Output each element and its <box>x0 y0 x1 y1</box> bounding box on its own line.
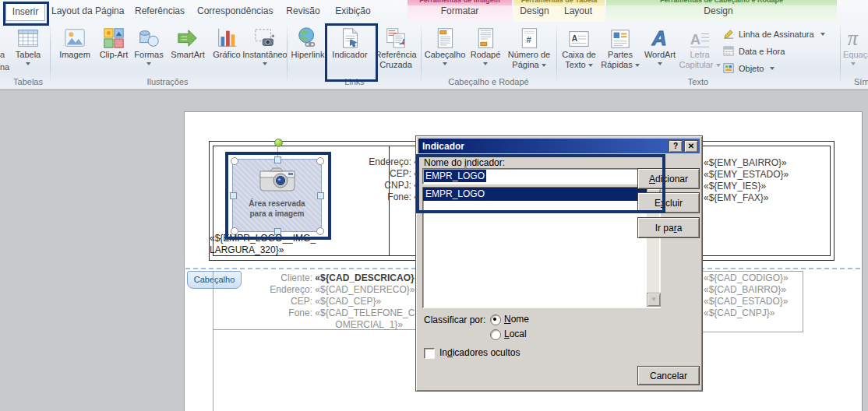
group-label-links: Links <box>327 77 382 88</box>
group-separator <box>50 25 51 86</box>
dropdown-arrow-icon <box>588 64 593 67</box>
page-number-icon: # <box>518 23 540 50</box>
dropdown-arrow-icon <box>542 64 546 67</box>
quick-parts-icon <box>609 23 632 50</box>
dropdown-arrow-icon <box>770 67 774 70</box>
dropdown-arrow-icon <box>820 33 825 36</box>
svg-text:#: # <box>527 35 532 44</box>
formas-button[interactable]: Formas <box>131 23 167 76</box>
dropdown-arrow-icon <box>146 62 151 65</box>
client-fields: Cliente: «${CAD_DESCRICAO} Endereço: «${… <box>247 272 415 331</box>
date-time-icon <box>723 45 735 58</box>
left-cut-text-fragment: na <box>0 62 9 72</box>
clipart-button[interactable]: Clip-Art <box>97 23 131 76</box>
group-label-cabecalho-rodape: Cabeçalho e Rodapé <box>438 77 539 88</box>
footer-icon <box>475 23 496 50</box>
tab-revisao[interactable]: Revisão <box>284 3 322 19</box>
grafico-button[interactable]: Gráfico <box>209 23 245 76</box>
header-icon <box>434 23 456 50</box>
objeto-button[interactable]: Objeto <box>723 61 774 76</box>
numero-de-pagina-button[interactable]: # Número de Página <box>505 23 553 76</box>
hiperlink-button[interactable]: Hiperlink <box>290 23 326 76</box>
signature-line-icon <box>723 28 735 41</box>
camera-icon <box>233 166 321 195</box>
linha-de-assinatura-button[interactable]: Linha de Assinatura <box>723 26 825 42</box>
group-label-simbolos: Sím <box>854 77 868 88</box>
textbox-icon: A <box>567 23 591 50</box>
dialog-title-bar[interactable]: Indicador ? ✕ <box>418 139 700 153</box>
selection-handle[interactable] <box>274 156 281 163</box>
selected-input-text: EMPR_LOGO <box>424 170 486 182</box>
hidden-bookmarks-label[interactable]: Indicadores ocultos <box>439 347 520 358</box>
ribbon: Ferramentas de Imagem Ferramentas de Tab… <box>0 0 868 90</box>
close-button[interactable]: ✕ <box>684 140 698 153</box>
help-button[interactable]: ? <box>669 140 683 153</box>
selection-handle[interactable] <box>230 192 237 199</box>
dropdown-arrow-icon <box>716 64 721 67</box>
selection-handle[interactable] <box>231 157 238 165</box>
smartart-icon <box>176 23 199 50</box>
radio-local[interactable] <box>490 329 501 340</box>
indicador-button[interactable]: Indicador <box>329 23 371 76</box>
wordart-icon: A <box>648 23 672 50</box>
dropdown-arrow-icon <box>635 64 640 67</box>
bookmark-list[interactable]: EMPR_LOGO ▲ ▼ <box>422 187 661 308</box>
list-item-selected[interactable]: EMPR_LOGO <box>423 188 647 201</box>
tab-layout-da-pagina[interactable]: Layout da Página <box>51 3 123 19</box>
globe-link-icon <box>296 23 319 50</box>
cancelar-button[interactable]: Cancelar <box>637 366 700 385</box>
body-table-border <box>213 272 213 411</box>
object-icon <box>723 62 735 76</box>
referencia-cruzada-button[interactable]: Referência Cruzada <box>374 23 418 76</box>
tab-exibicao[interactable]: Exibição <box>333 3 372 19</box>
group-label-tabelas: Tabelas <box>6 77 50 88</box>
imagem-button[interactable]: Imagem <box>55 23 95 76</box>
letra-capitular-button[interactable]: A Letra Capitular <box>679 23 720 76</box>
group-separator <box>287 25 288 86</box>
equation-icon: π <box>843 23 868 50</box>
tab-inserir[interactable]: Inserir <box>5 3 45 21</box>
rodape-button[interactable]: Rodapé <box>468 23 503 76</box>
excluir-button[interactable]: Excluir <box>637 192 700 213</box>
dropdown-arrow-icon <box>26 62 30 65</box>
tab-design-header-footer[interactable]: Design <box>700 3 737 19</box>
dropdown-arrow-icon <box>851 62 856 65</box>
dropdown-arrow-icon <box>263 62 267 65</box>
tab-layout-table[interactable]: Layout <box>559 3 597 19</box>
logo-image-placeholder[interactable]: Área reservada para a imagem <box>232 159 322 232</box>
tab-referencias[interactable]: Referências <box>134 3 185 19</box>
data-e-hora-button[interactable]: Data e Hora <box>723 44 785 59</box>
tabela-button[interactable]: Tabela <box>11 23 45 76</box>
hidden-bookmarks-checkbox[interactable] <box>424 348 435 359</box>
header-section-tag: Cabeçalho <box>187 271 242 289</box>
cad-fields: «${CAD_CODIGO}» «${CAD_BAIRRO}» «${CAD_E… <box>704 272 789 319</box>
adicionar-button[interactable]: Adicionar <box>637 168 700 189</box>
bookmark-name-input[interactable]: EMPR_LOGO <box>422 168 661 184</box>
group-separator <box>840 25 841 86</box>
wordart-button[interactable]: A WordArt <box>642 23 678 76</box>
radio-nome-label[interactable]: Nome <box>504 314 529 325</box>
partes-rapidas-button[interactable]: Partes Rápidas <box>600 23 640 76</box>
rotation-handle[interactable] <box>274 139 283 147</box>
selection-handle[interactable] <box>316 227 324 235</box>
tab-correspondencias[interactable]: Correspondências <box>197 3 272 19</box>
equacao-button[interactable]: π Equaçã <box>843 23 868 76</box>
ir-para-button[interactable]: Ir para <box>637 217 700 238</box>
tab-design-table[interactable]: Design <box>517 3 552 19</box>
caixa-de-texto-button[interactable]: A Caixa de Texto <box>559 23 598 76</box>
svg-text:A: A <box>690 31 700 47</box>
radio-nome[interactable] <box>490 314 501 325</box>
sort-by-label: Classificar por: <box>424 314 485 325</box>
dropdown-arrow-icon <box>483 62 488 65</box>
group-separator <box>421 25 422 86</box>
group-separator <box>556 25 557 86</box>
instantaneo-button[interactable]: Instantâneo <box>245 23 285 76</box>
scroll-down-icon[interactable]: ▼ <box>647 293 661 307</box>
cross-reference-icon <box>384 23 408 50</box>
smartart-button[interactable]: SmartArt <box>167 23 209 76</box>
bookmark-name-label: Nome do indicador: <box>424 157 505 168</box>
tab-formatar[interactable]: Formatar <box>435 3 485 19</box>
clipart-icon <box>102 23 125 50</box>
radio-local-label[interactable]: Local <box>504 328 527 339</box>
cabecalho-button[interactable]: Cabeçalho <box>424 23 466 76</box>
